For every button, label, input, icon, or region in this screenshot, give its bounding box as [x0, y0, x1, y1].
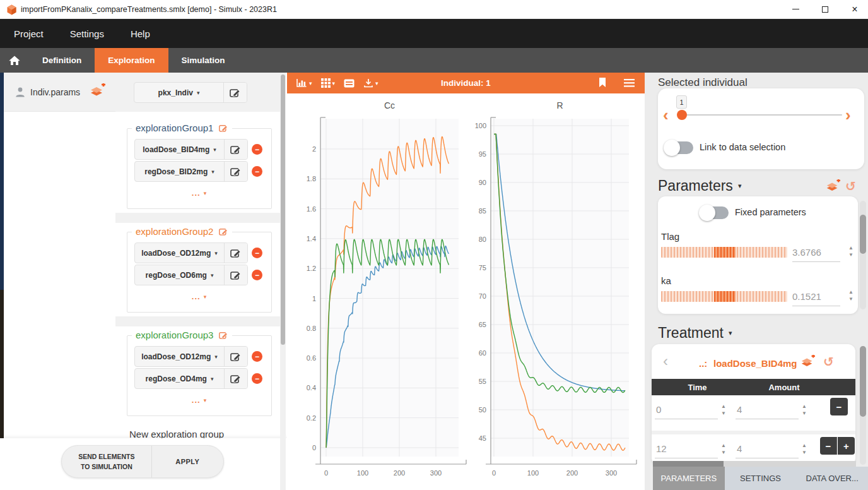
spin-up-icon[interactable]: ▲: [848, 290, 853, 295]
remove-treatment-button[interactable]: −: [252, 248, 262, 258]
menu-project[interactable]: Project: [14, 28, 44, 39]
amount-stepper[interactable]: ▲▼: [802, 443, 807, 455]
treatment-hscrollbar-thumb[interactable]: [653, 461, 724, 467]
add-dose-row-button[interactable]: +: [838, 437, 855, 455]
treatment-edit-button[interactable]: [224, 140, 247, 159]
model-dropdown[interactable]: pkx_Indiv ▾: [134, 83, 223, 102]
parameters-section-header[interactable]: Parameters ▾: [658, 177, 741, 194]
time-input[interactable]: 0: [655, 403, 718, 419]
treatment-scrollbar-thumb[interactable]: [860, 346, 866, 417]
bookmark-icon[interactable]: [599, 77, 606, 88]
rename-group-icon[interactable]: [219, 331, 228, 340]
spin-down-icon[interactable]: ▼: [848, 253, 853, 258]
menu-icon[interactable]: [624, 78, 635, 88]
menu-settings[interactable]: Settings: [70, 28, 104, 39]
treatment-edit-button[interactable]: [224, 162, 247, 181]
group-more-button[interactable]: ... ▾: [127, 395, 271, 405]
model-edit-button[interactable]: [223, 83, 247, 102]
individual-prev-icon[interactable]: ‹: [663, 107, 669, 123]
treatment-dropdown[interactable]: loadDose_OD12mg ▾: [135, 347, 224, 366]
minimize-button[interactable]: [785, 0, 806, 18]
spin-down-icon[interactable]: ▼: [848, 297, 853, 302]
tab-exploration[interactable]: Exploration: [95, 48, 168, 73]
tab-settings[interactable]: SETTINGS: [725, 467, 797, 490]
time-stepper[interactable]: ▲▼: [721, 443, 726, 455]
home-tab[interactable]: [0, 48, 29, 73]
treatment-prev-icon[interactable]: ‹: [663, 354, 668, 369]
reset-treatment-icon[interactable]: ↺: [823, 356, 834, 368]
param-slider-ka[interactable]: [661, 291, 787, 302]
treatment-dropdown[interactable]: regDose_BID2mg ▾: [135, 162, 224, 181]
param-stepper-ka[interactable]: ▲ ▼: [848, 290, 853, 302]
r-chart[interactable]: R45505560657075808590951000100200300: [470, 93, 653, 490]
plot-type-button[interactable]: ▾: [296, 78, 312, 88]
individual-slider-handle[interactable]: [677, 110, 687, 120]
ellipsis-icon: ...: [192, 188, 201, 198]
treatment-dropdown[interactable]: loadDose_OD12mg ▾: [135, 243, 224, 263]
layout-grid-button[interactable]: ▾: [321, 78, 336, 88]
parameters-scrollbar-thumb[interactable]: [860, 215, 866, 254]
fixed-parameters-toggle[interactable]: [701, 206, 729, 219]
exploration-group-1: explorationGroup1 loadDose_BID4mg ▾ − re: [127, 128, 272, 209]
send-to-simulation-button[interactable]: SEND ELEMENTS TO SIMULATION: [62, 446, 152, 477]
window-title: importFromPKanalix_compareTreatments.sml…: [21, 5, 277, 14]
add-treatment-element-icon[interactable]: [799, 355, 816, 370]
param-value-tlag[interactable]: 3.6766: [792, 247, 840, 262]
param-value-ka[interactable]: 0.1521: [792, 291, 840, 306]
link-data-toggle[interactable]: [666, 141, 693, 154]
amount-input[interactable]: 4: [736, 403, 799, 419]
legend-list-button[interactable]: [344, 79, 355, 88]
tab-definition[interactable]: Definition: [29, 48, 95, 73]
treatment-dropdown[interactable]: loadDose_BID4mg ▾: [135, 140, 224, 159]
spin-up-icon[interactable]: ▲: [848, 246, 853, 251]
apply-button[interactable]: APPLY: [152, 446, 223, 477]
remove-treatment-button[interactable]: −: [252, 166, 262, 177]
time-stepper[interactable]: ▲▼: [721, 404, 726, 416]
treatment-dropdown[interactable]: regDose_OD6mg ▾: [135, 265, 224, 285]
reset-parameters-icon[interactable]: ↺: [845, 180, 856, 193]
group-more-button[interactable]: ... ▾: [127, 292, 271, 301]
treatment-edit-button[interactable]: [224, 347, 247, 366]
treatment-dropdown-label: loadDose_OD12mg: [141, 352, 211, 361]
individual-slider-track[interactable]: [677, 114, 842, 116]
tab-simulation[interactable]: Simulation: [168, 48, 238, 73]
param-stepper-tlag[interactable]: ▲ ▼: [848, 246, 853, 258]
add-indiv-params-icon[interactable]: [88, 83, 106, 100]
amount-stepper[interactable]: ▲▼: [802, 404, 807, 416]
edit-pencil-icon: [230, 88, 241, 98]
amount-input[interactable]: 4: [736, 442, 799, 458]
add-parameter-element-icon[interactable]: [824, 179, 842, 194]
svg-text:2: 2: [312, 145, 316, 153]
remove-dose-row-button[interactable]: −: [830, 398, 848, 415]
remove-treatment-button[interactable]: −: [252, 270, 262, 280]
sidebar-item-treatments[interactable]: Treatments: [4, 283, 115, 309]
treatment-selected-name[interactable]: loadDose_BID4mg: [713, 358, 797, 369]
remove-dose-row-button[interactable]: −: [820, 437, 837, 455]
time-input[interactable]: 12: [655, 442, 718, 458]
treatment-edit-button[interactable]: [224, 369, 247, 388]
panel-scrollbar-thumb[interactable]: [281, 75, 285, 345]
rename-group-icon[interactable]: [219, 227, 228, 236]
rename-group-icon[interactable]: [219, 124, 228, 133]
treatment-edit-button[interactable]: [224, 243, 247, 263]
group-more-button[interactable]: ... ▾: [127, 188, 271, 198]
remove-treatment-button[interactable]: −: [252, 373, 262, 384]
remove-treatment-button[interactable]: −: [252, 144, 262, 155]
remove-treatment-button[interactable]: −: [252, 351, 262, 362]
toggle-knob: [699, 205, 715, 221]
maximize-button[interactable]: [814, 0, 836, 18]
treatment-edit-button[interactable]: [224, 265, 247, 285]
sidebar-item-indiv-params[interactable]: Indiv.params: [4, 73, 115, 112]
cc-chart[interactable]: Cc00.20.40.60.811.21.41.61.820100200300: [287, 93, 470, 490]
param-slider-tlag[interactable]: [661, 247, 787, 258]
selected-individual-card: ‹ 1 › Link to data selection: [658, 88, 864, 169]
export-button[interactable]: ▾: [363, 78, 378, 88]
tab-parameters[interactable]: PARAMETERS: [653, 467, 725, 490]
close-button[interactable]: ×: [844, 0, 865, 18]
treatment-section-header[interactable]: Treatment ▾: [658, 325, 732, 342]
individual-next-icon[interactable]: ›: [845, 107, 851, 123]
menu-help[interactable]: Help: [131, 28, 150, 39]
tab-data-overlay[interactable]: DATA OVER...: [796, 467, 868, 490]
treatment-title: Treatment: [658, 325, 724, 342]
treatment-dropdown[interactable]: regDose_OD4mg ▾: [135, 369, 224, 388]
